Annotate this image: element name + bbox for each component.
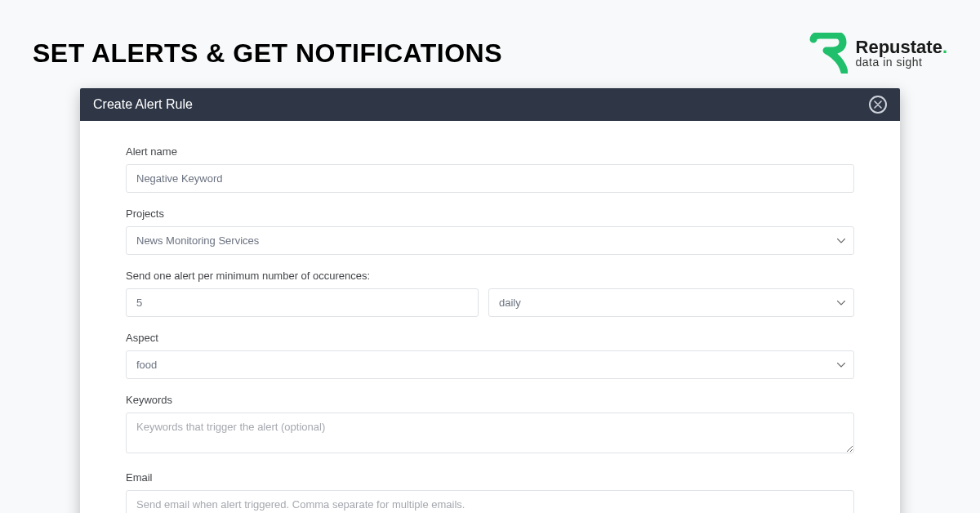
repustate-logo-icon [808, 33, 848, 74]
brand-block: Repustate. data in sight [808, 33, 947, 74]
create-alert-modal: Create Alert Rule Alert name Projects Ne… [80, 88, 900, 513]
alert-name-input[interactable] [126, 164, 854, 193]
aspect-select[interactable]: food [126, 350, 854, 379]
email-label: Email [126, 471, 854, 484]
keywords-textarea[interactable] [126, 413, 854, 453]
brand-name: Repustate. [856, 38, 947, 56]
occurrences-input[interactable] [126, 288, 479, 317]
projects-select[interactable]: News Monitoring Services [126, 226, 854, 255]
occurrences-label: Send one alert per minimum number of occ… [126, 270, 854, 282]
frequency-select[interactable]: daily [488, 288, 854, 317]
alert-name-label: Alert name [126, 145, 854, 158]
email-textarea[interactable] [126, 490, 854, 513]
modal-header: Create Alert Rule [80, 88, 900, 121]
keywords-label: Keywords [126, 394, 854, 406]
brand-tagline: data in sight [856, 56, 947, 69]
modal-body: Alert name Projects News Monitoring Serv… [80, 121, 900, 513]
aspect-label: Aspect [126, 332, 854, 344]
close-icon[interactable] [869, 96, 887, 114]
projects-label: Projects [126, 207, 854, 220]
page-title: SET ALERTS & GET NOTIFICATIONS [33, 38, 502, 69]
modal-title: Create Alert Rule [93, 97, 193, 112]
